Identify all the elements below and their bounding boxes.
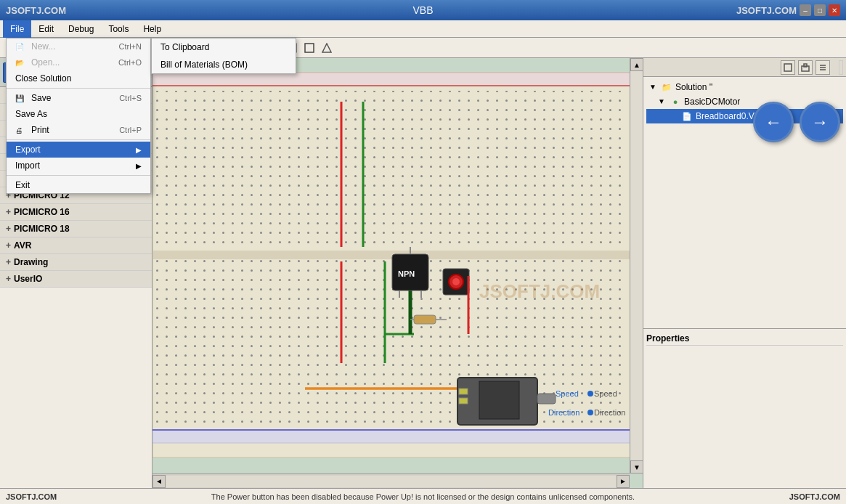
status-logo-right: JSOFTJ.COM bbox=[789, 492, 840, 501]
toolbar-btn-17[interactable] bbox=[319, 40, 335, 56]
svg-rect-80 bbox=[479, 381, 519, 419]
nav-back-btn[interactable]: ← bbox=[753, 102, 794, 142]
h-scrollbar[interactable]: ◄ ► bbox=[152, 473, 630, 488]
menu-bar: File Edit Debug Tools Help bbox=[0, 20, 846, 38]
close-button[interactable]: ✕ bbox=[829, 4, 840, 16]
logo-left: JSOFTJ.COM bbox=[6, 5, 66, 16]
scroll-up-btn[interactable]: ▲ bbox=[630, 58, 643, 71]
svg-point-95 bbox=[587, 391, 593, 397]
status-bar: JSOFTJ.COM The Power button has been dis… bbox=[0, 488, 846, 504]
sidebar-section-picmicro18: + PICMICRO 18 bbox=[0, 221, 152, 237]
rp-scrollbar bbox=[839, 60, 843, 75]
svg-text:NPN: NPN bbox=[398, 269, 415, 278]
status-logo-left: JSOFTJ.COM bbox=[6, 492, 57, 501]
export-clipboard[interactable]: To Clipboard bbox=[152, 38, 296, 56]
scroll-track-v bbox=[630, 71, 643, 460]
expand-icon: + bbox=[6, 207, 11, 217]
sidebar-section-userio: + UserIO bbox=[0, 271, 152, 288]
title-bar: JSOFTJ.COM VBB JSOFTJ.COM – □ ✕ bbox=[0, 0, 846, 20]
sidebar-section-drawing: + Drawing bbox=[0, 254, 152, 271]
expand-icon: + bbox=[6, 240, 11, 251]
sidebar-section-userio-header[interactable]: + UserIO bbox=[0, 271, 152, 287]
scroll-down-btn[interactable]: ▼ bbox=[630, 460, 643, 473]
scroll-track-h bbox=[166, 476, 617, 487]
properties-title: Properties bbox=[646, 332, 843, 346]
expand-icon: + bbox=[6, 224, 11, 234]
menu-export[interactable]: Export ▶ bbox=[7, 142, 150, 158]
sidebar-section-drawing-header[interactable]: + Drawing bbox=[0, 254, 152, 270]
svg-text:Speed: Speed bbox=[594, 389, 617, 398]
menu-print[interactable]: 🖨 Print Ctrl+P bbox=[7, 122, 150, 138]
tree-expander-project: ▼ bbox=[658, 97, 667, 106]
export-bom[interactable]: Bill of Materials (BOM) bbox=[152, 56, 296, 73]
svg-point-98 bbox=[587, 410, 593, 415]
sidebar-section-picmicro16-header[interactable]: + PICMICRO 16 bbox=[0, 204, 152, 220]
rp-btn-3[interactable] bbox=[816, 60, 830, 75]
menu-open[interactable]: 📂 Open... Ctrl+O bbox=[7, 54, 150, 70]
svg-text:JSOFTJ.COM: JSOFTJ.COM bbox=[479, 280, 600, 302]
svg-point-74 bbox=[452, 278, 460, 285]
menu-edit[interactable]: Edit bbox=[31, 20, 61, 38]
svg-rect-55 bbox=[152, 430, 632, 443]
circuit-svg: NPN bbox=[152, 58, 643, 488]
minimize-button[interactable]: – bbox=[800, 4, 811, 16]
expand-icon: + bbox=[6, 257, 11, 267]
sidebar-section-picmicro16: + PICMICRO 16 bbox=[0, 204, 152, 221]
properties-panel: Properties bbox=[643, 328, 846, 488]
canvas-area[interactable]: NPN bbox=[152, 58, 643, 488]
nav-forward-btn[interactable]: → bbox=[800, 102, 840, 142]
menu-tools[interactable]: Tools bbox=[101, 20, 136, 38]
maximize-button[interactable]: □ bbox=[814, 4, 826, 16]
separator-1 bbox=[7, 88, 150, 89]
svg-text:Direction: Direction bbox=[594, 408, 625, 417]
rp-btn-1[interactable] bbox=[781, 60, 795, 75]
tree-expander-root: ▼ bbox=[649, 83, 658, 92]
file-dropdown: 📄 New... Ctrl+N 📂 Open... Ctrl+O Close S… bbox=[6, 38, 151, 194]
v-scrollbar[interactable]: ▲ ▼ bbox=[630, 58, 643, 473]
tree-solution-root[interactable]: ▼ 📁 Solution '' bbox=[646, 80, 843, 94]
svg-rect-83 bbox=[459, 398, 468, 404]
sidebar-section-avr: + AVR bbox=[0, 237, 152, 254]
menu-file[interactable]: File bbox=[3, 20, 31, 38]
menu-import[interactable]: Import ▶ bbox=[7, 158, 150, 174]
svg-rect-103 bbox=[804, 64, 807, 67]
svg-rect-53 bbox=[152, 73, 632, 86]
status-message: The Power button has been disabled becau… bbox=[57, 492, 789, 501]
scroll-right-btn[interactable]: ► bbox=[617, 475, 630, 488]
separator-3 bbox=[7, 175, 150, 176]
svg-rect-81 bbox=[537, 394, 556, 404]
sidebar-section-picmicro18-header[interactable]: + PICMICRO 18 bbox=[0, 221, 152, 237]
right-panel: ← → ▼ 📁 Solution '' ▼ ● BasicDCMotor 📄 B… bbox=[643, 58, 846, 488]
svg-marker-32 bbox=[322, 44, 331, 52]
menu-save[interactable]: 💾 Save Ctrl+S bbox=[7, 90, 150, 106]
svg-rect-82 bbox=[459, 389, 468, 394]
sidebar-section-avr-header[interactable]: + AVR bbox=[0, 237, 152, 253]
svg-rect-31 bbox=[305, 44, 314, 52]
separator-2 bbox=[7, 139, 150, 140]
svg-rect-76 bbox=[414, 315, 436, 324]
menu-exit[interactable]: Exit bbox=[7, 177, 150, 193]
right-panel-toolbar bbox=[643, 58, 846, 77]
menu-save-as[interactable]: Save As bbox=[7, 106, 150, 122]
nav-buttons-area: ← → bbox=[753, 102, 840, 142]
svg-rect-101 bbox=[784, 64, 792, 71]
svg-text:Direction: Direction bbox=[548, 408, 579, 417]
logo-right: JSOFTJ.COM bbox=[736, 5, 797, 16]
app-title: VBB bbox=[412, 4, 433, 16]
rp-btn-2[interactable] bbox=[798, 60, 813, 75]
scroll-left-btn[interactable]: ◄ bbox=[152, 475, 166, 488]
toolbar-btn-16[interactable] bbox=[301, 40, 317, 56]
menu-new[interactable]: 📄 New... Ctrl+N bbox=[7, 38, 150, 54]
menu-help[interactable]: Help bbox=[136, 20, 168, 38]
expand-icon: + bbox=[6, 274, 11, 284]
file-icon: 📄 bbox=[681, 110, 693, 122]
folder-icon: 📁 bbox=[661, 81, 672, 93]
tree-expander-file bbox=[670, 112, 678, 121]
menu-debug[interactable]: Debug bbox=[61, 20, 101, 38]
project-icon: ● bbox=[670, 96, 681, 107]
export-submenu: To Clipboard Bill of Materials (BOM) bbox=[151, 38, 296, 74]
svg-text:Speed: Speed bbox=[556, 389, 579, 398]
menu-close-solution[interactable]: Close Solution bbox=[7, 70, 150, 86]
